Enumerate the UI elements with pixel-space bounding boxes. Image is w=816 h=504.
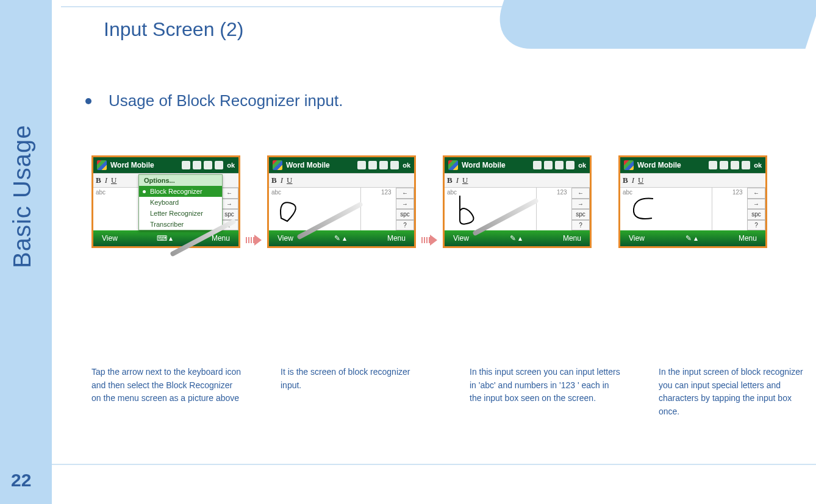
caption-3: In this input screen you can input lette…: [470, 366, 622, 419]
softkey-right[interactable]: Menu: [739, 234, 757, 243]
softkey-left[interactable]: View: [453, 234, 469, 243]
screenshot-2: Word Mobile ok B I U abc 123 ← →: [267, 155, 416, 248]
zone-divider: [712, 188, 712, 230]
signal-icon: [379, 161, 388, 169]
input-selector-icon[interactable]: ⌨ ▴: [157, 234, 173, 243]
menu-item-block-recognizer[interactable]: Block Recognizer: [139, 186, 222, 197]
zone-divider: [360, 188, 361, 230]
section-label: Basic Usage: [9, 124, 36, 268]
key-space[interactable]: spc: [396, 209, 414, 220]
start-icon[interactable]: [273, 160, 282, 170]
input-panel[interactable]: abc 123 ← → spc ?: [269, 187, 414, 230]
key-forward[interactable]: →: [747, 199, 765, 210]
page-title: Input Screen (2): [104, 18, 243, 41]
caption-4: In the input screen of block recognizer …: [659, 366, 811, 419]
input-panel[interactable]: abc 123 ← → spc ?: [620, 187, 765, 230]
key-help[interactable]: ?: [220, 220, 238, 231]
sync-icon: [544, 161, 553, 169]
input-selector-icon[interactable]: ✎ ▴: [685, 234, 697, 243]
input-selector-icon[interactable]: ✎ ▴: [334, 234, 346, 243]
key-forward[interactable]: →: [396, 199, 414, 210]
key-back[interactable]: ←: [571, 188, 590, 199]
menu-item-letter-recognizer[interactable]: Letter Recognizer: [139, 208, 222, 219]
sync-icon: [720, 161, 728, 169]
sync-icon: [193, 161, 201, 169]
bold-button[interactable]: B: [447, 176, 453, 185]
status-icon: [357, 161, 366, 169]
handwriting-stroke: [275, 194, 324, 224]
manual-page: Basic Usage 22 Input Screen (2) Usage of…: [0, 0, 816, 504]
bold-button[interactable]: B: [623, 176, 628, 185]
input-selector-icon[interactable]: ✎ ▴: [510, 234, 521, 243]
softkey-left[interactable]: View: [629, 234, 645, 243]
softkey-right[interactable]: Menu: [212, 234, 230, 243]
softkey-left[interactable]: View: [277, 234, 293, 243]
volume-icon: [566, 161, 574, 169]
input-panel[interactable]: abc 123 ← → spc ?: [445, 187, 590, 230]
key-help[interactable]: ?: [571, 220, 590, 231]
ok-button[interactable]: ok: [403, 161, 410, 169]
menu-header[interactable]: Options...: [139, 175, 222, 186]
key-forward[interactable]: →: [571, 199, 590, 210]
handwriting-stroke: [629, 194, 659, 223]
input-side-keys: ← → spc ?: [220, 188, 238, 230]
underline-button[interactable]: U: [462, 176, 468, 185]
device-softkeys: View ✎ ▴ Menu: [620, 230, 765, 246]
signal-icon: [731, 161, 739, 169]
start-icon[interactable]: [624, 160, 634, 170]
num-zone-label: 123: [732, 189, 743, 196]
ok-button[interactable]: ok: [227, 161, 235, 169]
key-forward[interactable]: →: [220, 199, 238, 210]
status-icon: [182, 161, 190, 169]
key-back[interactable]: ←: [220, 188, 238, 199]
bold-button[interactable]: B: [271, 176, 277, 185]
key-space[interactable]: spc: [220, 209, 238, 220]
key-back[interactable]: ←: [747, 188, 765, 199]
ok-button[interactable]: ok: [578, 161, 586, 169]
key-help[interactable]: ?: [396, 220, 414, 231]
italic-button[interactable]: I: [105, 176, 107, 185]
start-icon[interactable]: [448, 160, 458, 170]
step-arrow: [416, 155, 443, 246]
softkey-right[interactable]: Menu: [563, 234, 581, 243]
device-softkeys: View ⌨ ▴ Menu: [93, 230, 238, 246]
start-icon[interactable]: [97, 160, 107, 170]
sync-icon: [368, 161, 377, 169]
key-help[interactable]: ?: [747, 220, 765, 231]
device-titlebar: Word Mobile ok: [620, 157, 765, 173]
device-titlebar: Word Mobile ok: [93, 157, 238, 173]
key-back[interactable]: ←: [396, 188, 414, 199]
bullet-text: Usage of Block Recognizer input.: [109, 91, 343, 110]
underline-button[interactable]: U: [638, 176, 643, 185]
bullet-icon: [85, 98, 91, 104]
key-space[interactable]: spc: [571, 209, 590, 220]
caption-2: It is the screen of block recognizer inp…: [281, 366, 433, 419]
input-method-menu: Options... Block Recognizer Keyboard Let…: [138, 174, 223, 230]
volume-icon: [215, 161, 223, 169]
softkey-right[interactable]: Menu: [387, 234, 406, 243]
device-titlebar: Word Mobile ok: [269, 157, 414, 173]
caption-1: Tap the arrow next to the keyboard icon …: [91, 366, 244, 419]
screenshot-3: Word Mobile ok B I U abc 123 ← →: [443, 155, 592, 248]
app-title: Word Mobile: [637, 161, 681, 169]
underline-button[interactable]: U: [111, 176, 116, 185]
underline-button[interactable]: U: [287, 176, 292, 185]
softkey-left[interactable]: View: [102, 234, 118, 243]
format-toolbar[interactable]: B I U: [445, 173, 590, 187]
app-title: Word Mobile: [462, 161, 506, 169]
menu-item-transcriber[interactable]: Transcriber: [139, 219, 222, 230]
italic-button[interactable]: I: [632, 176, 634, 185]
italic-button[interactable]: I: [456, 176, 459, 185]
format-toolbar[interactable]: B I U: [620, 173, 765, 187]
bold-button[interactable]: B: [96, 176, 101, 185]
caption-row: Tap the arrow next to the keyboard icon …: [91, 366, 811, 419]
ok-button[interactable]: ok: [754, 161, 762, 169]
bullet-item: Usage of Block Recognizer input.: [85, 91, 343, 110]
menu-item-keyboard[interactable]: Keyboard: [139, 197, 222, 208]
abc-zone-label: abc: [96, 189, 106, 196]
num-zone-label: 123: [381, 189, 392, 196]
device-softkeys: View ✎ ▴ Menu: [445, 230, 590, 246]
italic-button[interactable]: I: [281, 176, 283, 185]
key-space[interactable]: spc: [747, 209, 765, 220]
format-toolbar[interactable]: B I U: [269, 173, 414, 187]
